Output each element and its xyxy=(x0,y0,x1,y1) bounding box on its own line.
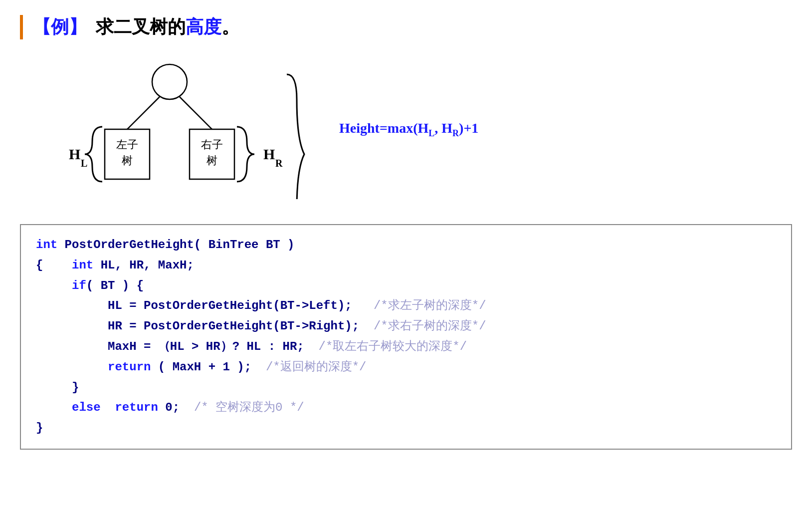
svg-text:树: 树 xyxy=(206,154,217,167)
svg-line-2 xyxy=(180,97,212,129)
code-line-4: HL = PostOrderGetHeight(BT->Left); /*求左子… xyxy=(36,296,776,316)
code-text-5: HR = PostOrderGetHeight(BT->Right); xyxy=(36,319,374,333)
keyword-int: int xyxy=(36,238,57,252)
keyword-return: return xyxy=(108,360,151,374)
code-text-9a xyxy=(36,401,72,414)
code-text-2b: HL, HR, MaxH; xyxy=(93,259,194,272)
title-bracket-open: 【 xyxy=(33,15,51,39)
svg-point-0 xyxy=(152,64,187,99)
page-container: 【 例 】 求二叉树的高度。 左子 树 右子 树 xyxy=(20,15,792,450)
svg-text:R: R xyxy=(275,158,283,169)
code-section: int PostOrderGetHeight( BinTree BT ) { i… xyxy=(20,224,792,450)
svg-text:左子: 左子 xyxy=(116,138,138,151)
comment-5: /*求右子树的深度*/ xyxy=(374,319,486,333)
code-line-10: } xyxy=(36,418,776,439)
code-line-9: else return 0; /* 空树深度为0 */ xyxy=(36,398,776,418)
code-text-6: MaxH = （HL > HR）? HL : HR; xyxy=(36,340,318,353)
title-section: 【 例 】 求二叉树的高度。 xyxy=(20,15,792,39)
tree-diagram: 左子 树 右子 树 H L H R xyxy=(50,59,309,199)
code-text-9b xyxy=(101,401,115,414)
svg-text:H: H xyxy=(69,146,80,162)
comment-7: /*返回树的深度*/ xyxy=(266,360,367,374)
code-line-1: int PostOrderGetHeight( BinTree BT ) xyxy=(36,235,776,256)
comment-9: /* 空树深度为0 */ xyxy=(194,401,304,414)
comment-6: /*取左右子树较大的深度*/ xyxy=(318,340,467,353)
svg-text:L: L xyxy=(81,158,87,169)
code-text-7b: ( MaxH + 1 ); xyxy=(151,360,265,374)
svg-text:右子: 右子 xyxy=(201,138,223,151)
code-line-8: } xyxy=(36,378,776,398)
keyword-int2: int xyxy=(72,259,93,272)
code-text-3a xyxy=(36,279,72,292)
code-text-8: } xyxy=(36,381,79,394)
code-text-4: HL = PostOrderGetHeight(BT->Left); xyxy=(36,299,374,312)
code-text-3b: ( BT ) { xyxy=(86,279,144,292)
svg-text:树: 树 xyxy=(122,154,133,167)
diagram-section: 左子 树 右子 树 H L H R Height=max(HL, HR)+1 xyxy=(20,59,792,199)
code-text-2: { xyxy=(36,259,72,272)
code-line-5: HR = PostOrderGetHeight(BT->Right); /*求右… xyxy=(36,316,776,337)
keyword-if: if xyxy=(72,279,86,292)
code-text-1: PostOrderGetHeight( BinTree BT ) xyxy=(57,238,294,252)
svg-line-1 xyxy=(127,97,160,129)
code-text-10: } xyxy=(36,421,43,435)
title-highlight: 高度 xyxy=(186,16,221,37)
title-text: 求二叉树的高度。 xyxy=(91,15,239,39)
code-text-9c: 0; xyxy=(158,401,194,414)
keyword-else: else xyxy=(72,401,101,414)
comment-4: /*求左子树的深度*/ xyxy=(374,299,486,312)
formula-label: Height=max(HL, HR)+1 xyxy=(339,120,478,139)
title-bracket-close: 】 xyxy=(69,15,87,39)
keyword-return2: return xyxy=(115,401,158,414)
code-text-7a xyxy=(36,360,108,374)
code-line-6: MaxH = （HL > HR）? HL : HR; /*取左右子树较大的深度*… xyxy=(36,337,776,357)
svg-text:H: H xyxy=(263,146,275,162)
code-line-7: return ( MaxH + 1 ); /*返回树的深度*/ xyxy=(36,357,776,378)
title-example: 例 xyxy=(51,15,69,39)
code-line-2: { int HL, HR, MaxH; xyxy=(36,256,776,276)
code-line-3: if( BT ) { xyxy=(36,276,776,296)
